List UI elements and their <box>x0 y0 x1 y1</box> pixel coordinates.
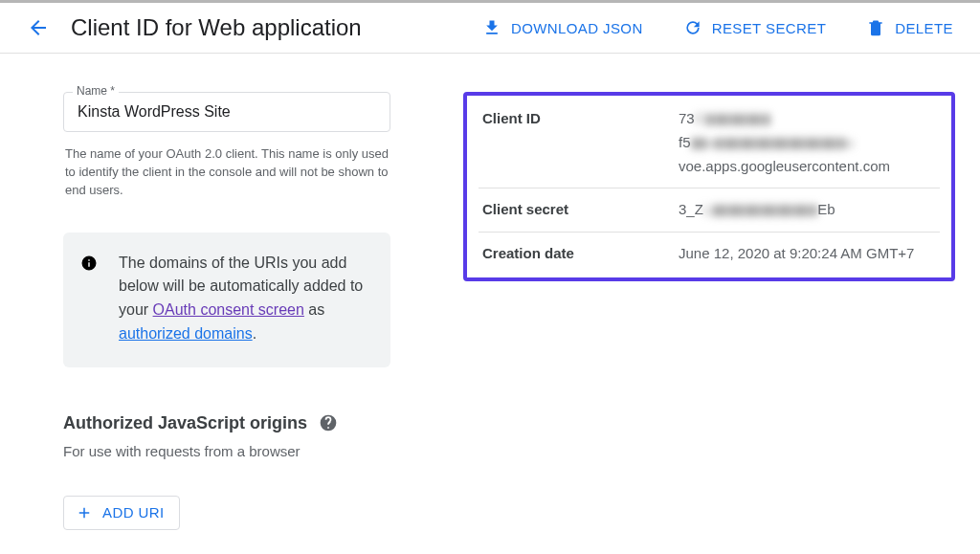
name-field-wrap: Name * <box>63 92 390 132</box>
info-callout: The domains of the URIs you add below wi… <box>63 233 390 367</box>
client-secret-label: Client secret <box>482 198 679 222</box>
oauth-consent-link[interactable]: OAuth consent screen <box>153 301 304 318</box>
info-icon <box>80 255 98 272</box>
creation-date-value: June 12, 2020 at 9:20:24 AM GMT+7 <box>679 242 914 266</box>
reset-secret-button[interactable]: RESET SECRET <box>679 12 831 43</box>
callout-end: . <box>253 325 256 342</box>
add-uri-label: ADD URI <box>102 504 164 521</box>
info-callout-text: The domains of the URIs you add below wi… <box>119 252 373 346</box>
origins-section-header: Authorized JavaScript origins <box>63 413 390 433</box>
content: Name * The name of your OAuth 2.0 client… <box>0 54 980 530</box>
download-json-label: DOWNLOAD JSON <box>511 20 643 36</box>
name-field-help: The name of your OAuth 2.0 client. This … <box>63 138 390 200</box>
right-column: Client ID 73C▮▮▮▮▮▮▮▮ f5▮▮a▮▮▮▮▮▮▮▮▮▮▮▮▮… <box>463 92 955 530</box>
reset-secret-label: RESET SECRET <box>712 20 827 36</box>
page-title: Client ID for Web application <box>71 14 465 41</box>
help-icon[interactable] <box>319 413 338 432</box>
trash-icon <box>866 18 885 37</box>
callout-mid: as <box>304 301 324 318</box>
authorized-domains-link[interactable]: authorized domains <box>119 325 253 342</box>
delete-button[interactable]: DELETE <box>862 12 957 43</box>
download-icon <box>482 18 501 37</box>
client-id-value: 73C▮▮▮▮▮▮▮▮ f5▮▮a▮▮▮▮▮▮▮▮▮▮▮▮▮▮▮▮uvoe.ap… <box>679 107 936 178</box>
client-secret-row: Client secret 3_ZL▮▮▮▮▮▮▮▮▮▮▮▮▮Eb <box>479 188 940 233</box>
plus-icon <box>76 504 93 521</box>
creation-date-row: Creation date June 12, 2020 at 9:20:24 A… <box>479 233 940 276</box>
origins-section-title: Authorized JavaScript origins <box>63 413 307 433</box>
creation-date-label: Creation date <box>482 242 679 266</box>
delete-label: DELETE <box>895 20 953 36</box>
download-json-button[interactable]: DOWNLOAD JSON <box>479 12 647 43</box>
topbar: Client ID for Web application DOWNLOAD J… <box>0 0 980 54</box>
name-input[interactable] <box>63 92 390 132</box>
arrow-left-icon <box>27 16 50 39</box>
client-id-row: Client ID 73C▮▮▮▮▮▮▮▮ f5▮▮a▮▮▮▮▮▮▮▮▮▮▮▮▮… <box>479 98 940 188</box>
client-id-label: Client ID <box>482 107 679 178</box>
name-field-label: Name * <box>73 84 119 98</box>
credentials-box: Client ID 73C▮▮▮▮▮▮▮▮ f5▮▮a▮▮▮▮▮▮▮▮▮▮▮▮▮… <box>463 92 955 281</box>
top-actions: DOWNLOAD JSON RESET SECRET DELETE <box>479 12 957 43</box>
back-button[interactable] <box>19 9 57 47</box>
add-uri-button[interactable]: ADD URI <box>63 496 180 530</box>
client-secret-value: 3_ZL▮▮▮▮▮▮▮▮▮▮▮▮▮Eb <box>679 198 835 222</box>
left-column: Name * The name of your OAuth 2.0 client… <box>63 92 390 530</box>
origins-section-sub: For use with requests from a browser <box>63 443 390 459</box>
refresh-icon <box>683 18 702 37</box>
